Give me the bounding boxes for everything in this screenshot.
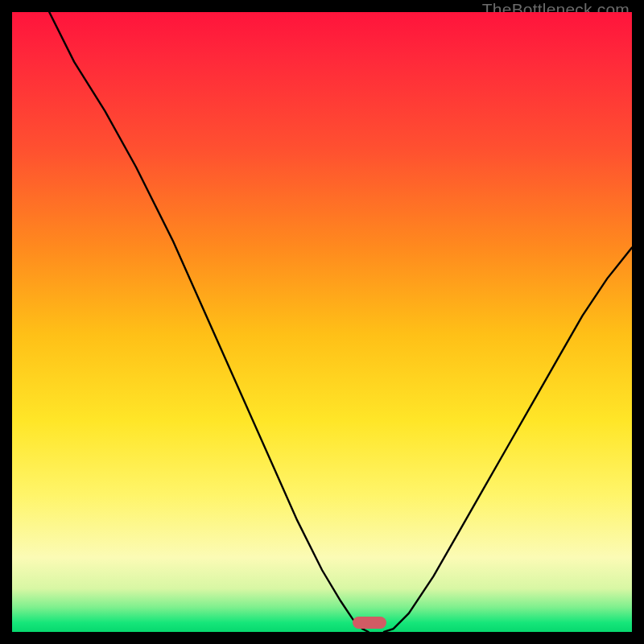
bottleneck-curve	[12, 12, 632, 632]
plot-area	[12, 12, 632, 632]
chart-frame: TheBottleneck.com	[0, 0, 644, 644]
curve-left	[49, 12, 369, 632]
curve-right	[384, 248, 632, 632]
bottleneck-marker	[353, 617, 386, 629]
